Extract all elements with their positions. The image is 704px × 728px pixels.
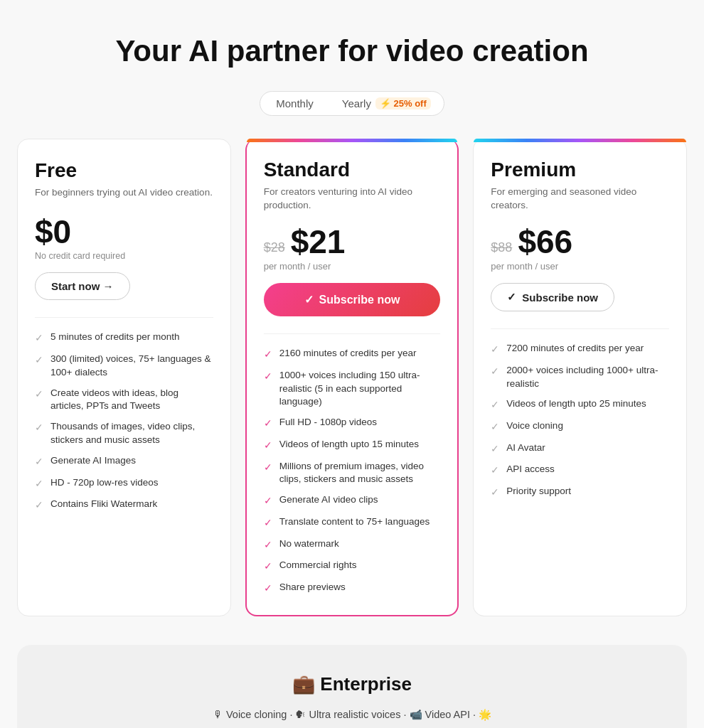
premium-gradient-bar bbox=[474, 139, 686, 142]
free-feature-5: ✓HD - 720p low-res videos bbox=[35, 476, 213, 491]
check-icon: ✓ bbox=[35, 353, 43, 368]
standard-feature-1: ✓1000+ voices including 150 ultra-realis… bbox=[264, 369, 441, 410]
check-icon: ✓ bbox=[264, 348, 272, 362]
check-icon: ✓ bbox=[507, 291, 516, 304]
standard-price-period: per month / user bbox=[264, 261, 441, 272]
check-icon: ✓ bbox=[35, 498, 43, 513]
premium-price-main: $66 bbox=[518, 225, 572, 258]
check-icon: ✓ bbox=[491, 464, 499, 478]
check-icon: ✓ bbox=[35, 477, 43, 491]
yearly-label: Yearly bbox=[342, 97, 371, 109]
free-no-credit: No credit card required bbox=[35, 251, 213, 261]
check-icon: ✓ bbox=[491, 420, 499, 434]
yearly-toggle[interactable]: Yearly ⚡ 25% off bbox=[329, 92, 444, 115]
premium-cta-label: Subscribe now bbox=[522, 291, 598, 304]
premium-plan-card: Premium For emerging and seasoned video … bbox=[473, 139, 687, 616]
free-features-list: ✓5 minutes of credits per month ✓300 (li… bbox=[35, 331, 213, 513]
premium-feature-0: ✓7200 minutes of credits per year bbox=[491, 342, 669, 357]
standard-gradient-bar bbox=[247, 139, 458, 142]
check-icon: ✓ bbox=[264, 582, 272, 596]
premium-plan-desc: For emerging and seasoned video creators… bbox=[491, 186, 669, 213]
premium-feature-6: ✓Priority support bbox=[491, 485, 669, 500]
standard-feature-8: ✓Commercial rights bbox=[264, 559, 441, 574]
standard-feature-6: ✓Translate content to 75+ languages bbox=[264, 515, 441, 530]
check-icon: ✓ bbox=[264, 560, 272, 574]
check-icon: ✓ bbox=[264, 370, 272, 384]
check-icon: ✓ bbox=[264, 417, 272, 431]
premium-price-row: $88 $66 bbox=[491, 225, 669, 258]
premium-price-original: $88 bbox=[491, 240, 512, 255]
premium-feature-3: ✓Voice cloning bbox=[491, 419, 669, 434]
plans-grid: Free For beginners trying out AI video c… bbox=[17, 139, 687, 616]
check-icon: ✓ bbox=[491, 365, 499, 379]
check-icon: ✓ bbox=[264, 494, 272, 508]
premium-feature-2: ✓Videos of length upto 25 minutes bbox=[491, 397, 669, 412]
premium-price-period: per month / user bbox=[491, 261, 669, 272]
check-icon: ✓ bbox=[264, 439, 272, 453]
standard-price-main: $21 bbox=[291, 225, 346, 258]
page-title: Your AI partner for video creation bbox=[17, 34, 687, 68]
free-cta-button[interactable]: Start now → bbox=[35, 272, 130, 300]
premium-features-list: ✓7200 minutes of credits per year ✓2000+… bbox=[491, 342, 669, 499]
standard-plan-card: Standard For creators venturing into AI … bbox=[245, 139, 459, 616]
free-feature-3: ✓Thousands of images, video clips, stick… bbox=[35, 420, 213, 447]
standard-cta-button[interactable]: ✓ Subscribe now bbox=[264, 283, 441, 316]
standard-feature-9: ✓Share previews bbox=[264, 581, 441, 596]
premium-cta-button[interactable]: ✓ Subscribe now bbox=[491, 283, 614, 311]
discount-badge: ⚡ 25% off bbox=[375, 97, 431, 109]
enterprise-icon: 💼 bbox=[292, 673, 315, 695]
check-icon: ✓ bbox=[264, 516, 272, 530]
free-feature-0: ✓5 minutes of credits per month bbox=[35, 331, 213, 346]
enterprise-section: 💼 Enterprise 🎙 Voice cloning · 🗣 Ultra r… bbox=[17, 645, 687, 728]
check-icon: ✓ bbox=[491, 486, 499, 500]
monthly-toggle[interactable]: Monthly bbox=[260, 92, 329, 115]
check-icon: ✓ bbox=[264, 461, 272, 475]
enterprise-title: 💼 Enterprise bbox=[40, 673, 664, 695]
standard-feature-7: ✓No watermark bbox=[264, 537, 441, 552]
check-icon: ✓ bbox=[491, 442, 499, 456]
enterprise-features-line1: 🎙 Voice cloning · 🗣 Ultra realistic voic… bbox=[40, 705, 664, 728]
free-feature-1: ✓300 (limited) voices, 75+ languages & 1… bbox=[35, 353, 213, 380]
standard-features-list: ✓2160 minutes of credits per year ✓1000+… bbox=[264, 347, 441, 595]
enterprise-name: Enterprise bbox=[320, 673, 412, 695]
standard-feature-4: ✓Millions of premium images, video clips… bbox=[264, 460, 441, 487]
free-feature-2: ✓Create videos with ideas, blog articles… bbox=[35, 387, 213, 414]
free-plan-price: $0 bbox=[35, 213, 213, 251]
check-icon: ✓ bbox=[491, 398, 499, 412]
free-feature-4: ✓Generate AI Images bbox=[35, 454, 213, 469]
check-icon: ✓ bbox=[35, 387, 43, 402]
free-plan-desc: For beginners trying out AI video creati… bbox=[35, 186, 213, 200]
standard-plan-name: Standard bbox=[264, 159, 441, 181]
premium-feature-1: ✓2000+ voices including 1000+ ultra-real… bbox=[491, 364, 669, 391]
free-feature-6: ✓Contains Fliki Watermark bbox=[35, 498, 213, 513]
premium-plan-name: Premium bbox=[491, 159, 669, 181]
standard-cta-label: Subscribe now bbox=[319, 294, 400, 306]
billing-toggle-group: Monthly Yearly ⚡ 25% off bbox=[17, 91, 687, 116]
free-plan-card: Free For beginners trying out AI video c… bbox=[17, 139, 231, 616]
check-icon: ✓ bbox=[304, 293, 314, 306]
check-icon: ✓ bbox=[491, 343, 499, 357]
standard-feature-2: ✓Full HD - 1080p videos bbox=[264, 416, 441, 431]
check-icon: ✓ bbox=[35, 331, 43, 346]
standard-price-original: $28 bbox=[264, 240, 285, 255]
standard-feature-0: ✓2160 minutes of credits per year bbox=[264, 347, 441, 362]
premium-feature-4: ✓AI Avatar bbox=[491, 441, 669, 456]
premium-feature-5: ✓API access bbox=[491, 463, 669, 478]
standard-price-row: $28 $21 bbox=[264, 225, 441, 258]
check-icon: ✓ bbox=[35, 421, 43, 435]
free-plan-name: Free bbox=[35, 159, 213, 182]
standard-plan-desc: For creators venturing into AI video pro… bbox=[264, 186, 441, 213]
standard-feature-5: ✓Generate AI video clips bbox=[264, 493, 441, 508]
check-icon: ✓ bbox=[264, 538, 272, 552]
check-icon: ✓ bbox=[35, 455, 43, 469]
standard-feature-3: ✓Videos of length upto 15 minutes bbox=[264, 438, 441, 453]
